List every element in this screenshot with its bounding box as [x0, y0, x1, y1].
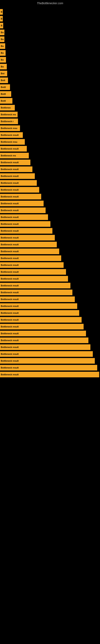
bar-row: Bot	[0, 70, 100, 77]
bar-row: Bottleneck result	[0, 303, 100, 310]
bar-row: Bottleneck result	[0, 296, 100, 303]
bar-row: Bottleneck result	[0, 248, 100, 255]
bar: Bottleneck result	[0, 324, 84, 330]
bar: Bottleneck result	[0, 256, 61, 261]
bar-label: Bottleneck result	[1, 373, 19, 376]
bar-row: Bottleneck result	[0, 358, 100, 364]
bar-label: Bottleneck result	[1, 216, 19, 218]
bar-row: Bottleneck result	[0, 228, 100, 234]
bar: Bo	[0, 64, 7, 70]
bar-label: Bottleneck result	[1, 148, 19, 150]
bar: Bottleneck result	[0, 146, 27, 152]
bar-label: Bottleneck result	[1, 353, 19, 355]
bar-label: Bo	[1, 52, 4, 54]
bar-row: Bottleneck result	[0, 316, 100, 323]
bar-row: Bottleneck result	[0, 186, 100, 193]
bar-label: Bottleneck result	[1, 298, 19, 300]
bar-label: Bottleneck resu	[1, 141, 17, 143]
bar: B	[0, 23, 3, 28]
bar: Bottleneck result	[0, 187, 39, 192]
bar-label: Bottleneck result	[1, 257, 19, 260]
bar: Bott	[0, 78, 8, 83]
bar: Bottleneck result	[0, 283, 70, 288]
bar-label: Bottleneck result	[1, 182, 19, 184]
bar-row: B	[0, 15, 100, 22]
bar-label: Bottleneck result	[1, 168, 19, 170]
bar-label: Bottleneck r	[1, 120, 14, 122]
bar: Bottleneck result	[0, 194, 41, 200]
bar: Bottleneck result	[0, 214, 48, 220]
bar-label: Bottleneck result	[1, 278, 19, 280]
bar-label: Bottleneck result	[1, 223, 19, 225]
bar-label: Bot	[1, 72, 4, 75]
bar-row: B	[0, 8, 100, 15]
bar-label: Bottleneck result	[1, 250, 19, 252]
bar-row: Bo	[0, 50, 100, 56]
bar-row: Bottleneck result	[0, 275, 100, 282]
bar-label: Bo	[1, 38, 4, 40]
bar-row: Bottl	[0, 84, 100, 90]
bar-row: Bo	[0, 43, 100, 50]
bar-row: Bottlenec	[0, 104, 100, 111]
bar: Bottleneck res	[0, 112, 18, 117]
bar-row: Bottleneck res	[0, 152, 100, 159]
bar-label: Bottleneck result	[1, 271, 19, 273]
bar: Bottleneck result	[0, 228, 52, 234]
bar-row: Bottleneck result	[0, 200, 100, 207]
bar-row: Bottleneck result	[0, 344, 100, 350]
bar-label: B	[1, 24, 2, 27]
bar: Bottl	[0, 98, 12, 104]
bar-row: Bottleneck result	[0, 371, 100, 378]
bar-label: Bottleneck result	[1, 202, 19, 205]
bar-row: Bottleneck r	[0, 118, 100, 125]
bar-row: Bottleneck result	[0, 310, 100, 316]
bar-label: Bottl	[1, 100, 6, 102]
bar-row: Bottleneck result	[0, 268, 100, 275]
bar: Bottleneck result	[0, 358, 95, 364]
bar-row: Bottleneck result	[0, 132, 100, 138]
bar: Bottleneck result	[0, 365, 97, 370]
bar-label: Bottleneck result	[1, 305, 19, 307]
bar-row: Bottleneck result	[0, 173, 100, 180]
bar-row: Bottleneck result	[0, 207, 100, 214]
bar: Bottleneck result	[0, 317, 82, 322]
bar-label: Bo	[1, 45, 4, 47]
bar: B	[0, 16, 3, 22]
bar: Bottl	[0, 84, 10, 90]
bar: Bot	[0, 71, 7, 76]
bar-row: Bottleneck resu	[0, 125, 100, 132]
bar-label: Bottleneck resu	[1, 127, 17, 130]
bar-label: Bottleneck result	[1, 332, 19, 335]
bar-label: Bottleneck res	[1, 113, 16, 116]
bar-label: B	[1, 18, 2, 20]
bar-row: Bottleneck result	[0, 350, 100, 358]
bar-row: Bo	[0, 36, 100, 43]
bar: Bo	[0, 36, 4, 42]
bar-label: Bottleneck result	[1, 196, 19, 198]
bar: Bottleneck res	[0, 153, 29, 158]
bar-row: Bo	[0, 29, 100, 36]
bar-row: Bottleneck result	[0, 262, 100, 268]
bar-label: Bo	[1, 58, 4, 61]
bar: Bottleneck result	[0, 331, 86, 336]
bar-row: Bottleneck result	[0, 234, 100, 241]
bar: Bottleneck result	[0, 290, 72, 295]
bar-label: Bottleneck result	[1, 236, 19, 239]
bar-label: Bottleneck result	[1, 291, 19, 294]
bar-row: Bottleneck result	[0, 220, 100, 228]
bar-label: Bottleneck result	[1, 209, 19, 212]
bar: Bottl	[0, 91, 11, 97]
bar: Bottleneck result	[0, 180, 37, 186]
bar: Bottleneck result	[0, 372, 99, 377]
site-title: TheBottlenecker.com	[0, 0, 100, 6]
bar: Bottleneck result	[0, 160, 30, 165]
bar-row: Bottleneck result	[0, 330, 100, 337]
bar-label: Bottleneck result	[1, 161, 19, 164]
bar: Bottleneck result	[0, 310, 79, 316]
bar-label: Bottleneck result	[1, 264, 19, 266]
bar-row: Bott	[0, 77, 100, 84]
bar-row: Bottleneck result	[0, 282, 100, 289]
bar-row: Bottleneck result	[0, 180, 100, 186]
bar-label: Bottleneck result	[1, 175, 19, 177]
bar: Bottleneck resu	[0, 139, 25, 145]
